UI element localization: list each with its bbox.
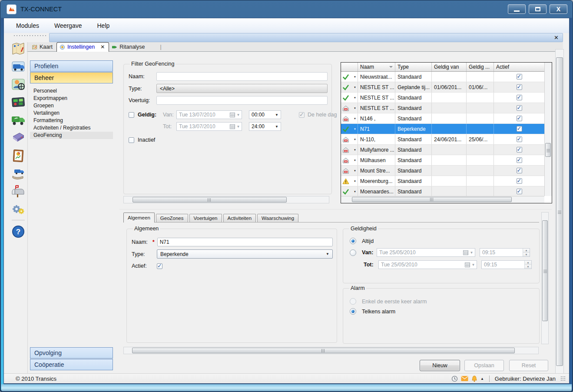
spin-down-icon[interactable]: ▼ xyxy=(523,252,530,257)
detail-tab-activiteiten[interactable]: Activiteiten xyxy=(223,214,256,222)
truck-module-icon[interactable] xyxy=(10,58,26,74)
driver-module-icon[interactable] xyxy=(10,76,26,92)
row-dropdown-icon[interactable]: ▼ xyxy=(354,190,356,193)
table-row[interactable]: ▼Mount Stre...Standaard xyxy=(341,166,544,176)
time-spinner[interactable]: ▲▼ xyxy=(523,249,530,256)
nav-section-beheer[interactable]: Beheer xyxy=(30,72,113,83)
row-active-checkbox[interactable] xyxy=(517,95,522,100)
table-row[interactable]: ▼NESTLE ST ...Standaard xyxy=(341,93,544,103)
tab-kaart[interactable]: Kaart xyxy=(29,43,56,51)
scroll-right-icon[interactable] xyxy=(324,198,327,202)
detail-tab-waarschuwing[interactable]: Waarschuwing xyxy=(257,214,298,222)
scroll-down-icon[interactable] xyxy=(543,338,547,342)
table-row[interactable]: ▼Mullyfamore ...Standaard xyxy=(341,145,544,155)
hele-dag-checkbox[interactable] xyxy=(299,112,305,118)
detail-tab-geozones[interactable]: GeoZones xyxy=(156,214,188,222)
chevron-down-icon[interactable]: ▼ xyxy=(235,125,242,129)
nav-item-geofencing[interactable]: GeoFencing xyxy=(30,132,113,139)
table-row[interactable]: ▼N71Beperkende xyxy=(341,124,544,134)
chevron-down-icon[interactable]: ▼ xyxy=(470,263,477,267)
mailbox-module-icon[interactable] xyxy=(10,183,26,199)
scroll-left-icon[interactable] xyxy=(126,198,129,202)
tab-instellingen[interactable]: Instellingen ✕ xyxy=(56,42,109,52)
row-active-checkbox[interactable] xyxy=(517,116,522,121)
close-button[interactable]: X xyxy=(550,4,567,14)
detail-tab-algemeen[interactable]: Algemeen xyxy=(123,213,155,223)
spin-up-icon[interactable]: ▲ xyxy=(523,249,530,252)
time-spinner[interactable]: ▲▼ xyxy=(524,261,531,269)
chevron-down-icon[interactable]: ▼ xyxy=(275,125,278,129)
telkens-alarm-radio[interactable] xyxy=(350,308,356,315)
row-active-checkbox[interactable] xyxy=(517,136,522,142)
detail-naam-input[interactable]: N71 xyxy=(157,238,333,246)
row-dropdown-icon[interactable]: ▼ xyxy=(354,117,356,120)
detail-vscrollbar[interactable] xyxy=(541,212,549,344)
geldigheid-tot-date[interactable]: Tue 25/05/2010 ▼ xyxy=(378,260,477,269)
nav-item-vertalingen[interactable]: Vertalingen xyxy=(30,110,113,117)
detail-actief-checkbox[interactable] xyxy=(157,263,162,269)
scroll-down-icon[interactable] xyxy=(558,368,561,371)
scroll-right-icon[interactable] xyxy=(533,349,537,352)
table-hscrollbar[interactable] xyxy=(341,196,544,203)
nav-item-groepen[interactable]: Groepen xyxy=(30,102,113,110)
column-geldig-tot[interactable]: Geldig ... xyxy=(467,63,494,71)
tab-ritanalyse[interactable]: Ritanalyse xyxy=(109,43,149,51)
table-row[interactable]: ▼NESTLE ST ...Standaard xyxy=(341,103,544,113)
tab-close-icon[interactable]: ✕ xyxy=(100,44,105,50)
table-row[interactable]: ▼N-110,Standaard24/06/201...25/06/... xyxy=(341,134,544,145)
filter-inactief-checkbox[interactable] xyxy=(129,137,134,143)
row-dropdown-icon[interactable]: ▼ xyxy=(354,180,356,183)
row-active-checkbox[interactable] xyxy=(517,189,522,194)
table-row[interactable]: ▼N146 ,Standaard xyxy=(341,113,544,124)
dashboard-module-icon[interactable] xyxy=(10,94,26,110)
scroll-thumb[interactable] xyxy=(545,143,551,157)
table-vscrollbar[interactable] xyxy=(544,63,552,196)
page-vscrollbar[interactable] xyxy=(555,49,564,374)
menu-weergave[interactable]: Weergave xyxy=(54,22,82,29)
filter-tot-time[interactable]: 24:00 ▼ xyxy=(249,122,281,131)
maximize-button[interactable] xyxy=(529,4,547,14)
settings-module-icon[interactable] xyxy=(10,201,26,217)
scroll-thumb[interactable] xyxy=(542,220,548,321)
spin-up-icon[interactable]: ▲ xyxy=(525,261,531,265)
scroll-thumb[interactable] xyxy=(352,197,512,202)
nav-item-exportmappen[interactable]: Exportmappen xyxy=(30,95,113,102)
geldigheid-van-time[interactable]: 09:15 ▲▼ xyxy=(480,248,530,257)
column-type[interactable]: Type xyxy=(395,63,432,71)
row-dropdown-icon[interactable]: ▼ xyxy=(354,76,356,78)
column-naam[interactable]: Naam xyxy=(358,63,395,71)
mail-icon[interactable] xyxy=(461,376,468,381)
resize-grip[interactable] xyxy=(560,376,566,381)
row-dropdown-icon[interactable]: ▼ xyxy=(354,159,356,162)
filter-voertuig-input[interactable] xyxy=(156,96,328,105)
table-row[interactable]: ▼Nieuwstraat...Standaard xyxy=(341,72,544,82)
reports-module-icon[interactable] xyxy=(10,147,26,163)
scroll-up-icon[interactable] xyxy=(543,215,547,218)
row-active-checkbox[interactable] xyxy=(517,74,522,80)
filter-van-time[interactable]: 00:00 ▼ xyxy=(249,110,281,119)
row-active-checkbox[interactable] xyxy=(517,157,522,163)
scroll-thumb[interactable] xyxy=(556,57,563,366)
nieuw-button[interactable]: Nieuw xyxy=(420,360,460,371)
nav-section-cooperatie[interactable]: Coöperatie xyxy=(30,359,113,370)
row-dropdown-icon[interactable]: ▼ xyxy=(354,138,356,141)
menu-modules[interactable]: Modules xyxy=(16,22,39,29)
clock-icon[interactable] xyxy=(451,375,458,382)
row-dropdown-icon[interactable]: ▼ xyxy=(354,86,356,89)
nav-section-profielen[interactable]: Profielen xyxy=(30,60,113,72)
detail-type-select[interactable]: Beperkende ▼ xyxy=(157,249,333,259)
nav-item-formattering[interactable]: Formattering xyxy=(30,117,113,124)
filter-naam-input[interactable] xyxy=(156,72,328,81)
filter-van-date[interactable]: Tue 13/07/2010 ▼ xyxy=(176,110,242,119)
collapse-up-icon[interactable]: ▲ xyxy=(480,377,484,381)
table-row[interactable]: ▼Moenaardes...Standaard xyxy=(341,186,544,196)
column-status[interactable] xyxy=(341,63,358,71)
table-row[interactable]: ▼NESTLE ST ...Geplande tij...01/06/201..… xyxy=(341,82,544,93)
chevron-down-icon[interactable]: ▼ xyxy=(275,113,278,117)
filter-geldig-checkbox[interactable] xyxy=(129,112,134,118)
row-dropdown-icon[interactable]: ▼ xyxy=(354,169,356,172)
row-dropdown-icon[interactable]: ▼ xyxy=(354,149,356,151)
detail-hscrollbar[interactable] xyxy=(123,347,539,354)
planning-module-icon[interactable] xyxy=(10,165,26,181)
scanner-module-icon[interactable] xyxy=(10,130,26,146)
